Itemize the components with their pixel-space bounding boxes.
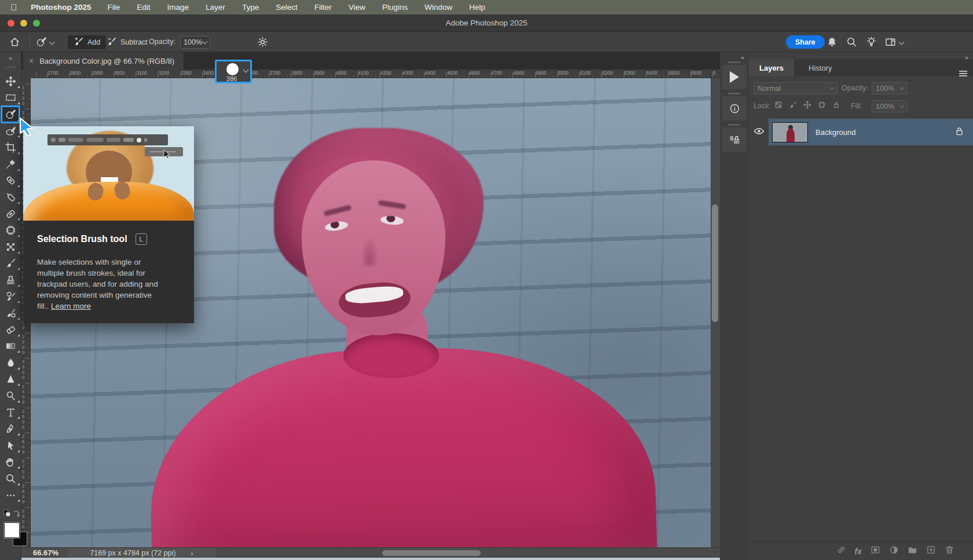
add-mask-icon[interactable] [870, 545, 880, 557]
gear-icon[interactable] [257, 36, 268, 47]
zoom-level-field[interactable]: 66.67% [33, 548, 58, 557]
ruler-label: 5500 [668, 70, 679, 76]
discover-lightbulb-icon[interactable] [866, 36, 877, 47]
menu-item[interactable]: Plugins [382, 3, 408, 12]
tab-history[interactable]: History [798, 59, 842, 76]
tab-layers[interactable]: Layers [749, 59, 794, 76]
blur-tool[interactable] [0, 354, 21, 371]
brush-tool[interactable] [0, 255, 21, 272]
type-tool[interactable] [0, 404, 21, 421]
panel-tab-bar: Layers History [749, 59, 973, 76]
gradient-tool[interactable] [0, 338, 21, 355]
pen-tool[interactable] [0, 420, 21, 437]
layer-opacity-dropdown[interactable]: 100% [872, 82, 908, 94]
object-selection-tool[interactable] [0, 123, 21, 140]
dock-grip[interactable] [728, 124, 741, 126]
close-tab-icon[interactable]: × [29, 56, 34, 65]
subtract-selection-button[interactable]: Subtract [102, 35, 152, 49]
version-history-panel-button[interactable] [722, 127, 747, 152]
lock-transparency-icon[interactable] [774, 101, 782, 111]
dock-grip[interactable] [728, 61, 741, 63]
foreground-color-swatch[interactable] [4, 522, 20, 538]
menu-item[interactable]: Edit [137, 3, 150, 12]
swap-colors-icon[interactable]: ⤾ [13, 511, 21, 517]
delete-layer-icon[interactable] [945, 545, 954, 557]
active-tool-preview[interactable] [36, 36, 54, 49]
fill-dropdown[interactable]: 100% [872, 100, 908, 112]
link-layers-icon[interactable] [836, 545, 846, 557]
new-group-icon[interactable] [908, 545, 917, 557]
workspace-panel-icon[interactable] [885, 36, 904, 49]
mixer-brush-tool[interactable] [0, 305, 21, 321]
expand-toolbar-icon[interactable]: » [0, 54, 21, 61]
vertical-scrollbar[interactable] [711, 78, 720, 547]
hand-tool[interactable] [0, 454, 21, 471]
menu-item[interactable]: Help [469, 3, 485, 12]
learn-more-link[interactable]: Learn more [51, 302, 91, 310]
color-swatches: ⤾ [0, 510, 21, 559]
lock-all-icon[interactable] [832, 101, 840, 111]
eraser-tool[interactable] [0, 321, 21, 338]
lock-artboard-icon[interactable] [818, 101, 826, 111]
dock-grip[interactable] [728, 93, 741, 94]
layer-row[interactable]: Background [749, 119, 973, 145]
menu-item[interactable]: Type [242, 3, 259, 12]
apple-menu-icon[interactable]:  [10, 2, 17, 12]
adjustment-layer-icon[interactable] [889, 545, 899, 557]
brush-size-picker[interactable]: 386 [215, 60, 252, 83]
menu-item[interactable]: Layer [206, 3, 225, 12]
crop-tool[interactable] [0, 139, 21, 156]
menu-item-app[interactable]: Photoshop 2025 [31, 3, 91, 12]
default-colors-icon[interactable] [3, 510, 11, 517]
layer-locked-icon[interactable] [954, 126, 965, 139]
opacity-dropdown[interactable]: 100% [180, 36, 210, 49]
menu-item[interactable]: Image [167, 3, 189, 12]
vertical-scrollbar-thumb[interactable] [712, 204, 718, 322]
new-layer-icon[interactable] [926, 545, 936, 557]
ruler-label: 3800 [291, 70, 302, 76]
home-icon[interactable] [9, 36, 20, 47]
menu-item[interactable]: View [349, 3, 365, 12]
menu-item[interactable]: Select [276, 3, 298, 12]
move-tool[interactable] [0, 73, 21, 90]
horizontal-scrollbar-thumb[interactable] [382, 550, 481, 556]
zoom-tool[interactable] [0, 470, 21, 487]
sharpen-tool[interactable] [0, 371, 21, 388]
menu-item[interactable]: File [108, 3, 120, 12]
lock-paint-icon[interactable] [789, 101, 797, 111]
dodge-tool[interactable] [0, 387, 21, 404]
eyedropper-tool[interactable] [0, 156, 21, 173]
info-panel-button[interactable] [722, 96, 747, 120]
healing-brush-tool[interactable] [0, 173, 21, 189]
transform-tool[interactable] [0, 239, 21, 255]
share-button[interactable]: Share [786, 35, 825, 49]
notifications-bell-icon[interactable] [826, 36, 837, 47]
menu-item[interactable]: Window [425, 3, 452, 12]
document-tab[interactable]: × Background Color.jpg @ 66.7% (RGB/8) [23, 52, 184, 69]
search-icon[interactable] [846, 36, 857, 47]
panel-menu-icon[interactable] [959, 71, 967, 76]
layer-thumbnail[interactable] [772, 122, 808, 142]
layer-visibility-toggle[interactable] [749, 119, 769, 145]
selected-layer[interactable]: Background [769, 119, 973, 145]
add-selection-button[interactable]: Add [68, 35, 106, 49]
history-brush-tool[interactable] [0, 288, 21, 305]
status-chevron-icon[interactable]: › [191, 549, 193, 558]
path-selection-tool[interactable] [0, 437, 21, 454]
layer-styles-fx-icon[interactable]: fx [855, 547, 862, 556]
document-info[interactable]: 7169 px x 4784 px (72 ppi) › [68, 548, 215, 558]
play-panel-button[interactable] [722, 65, 747, 89]
more-tools[interactable] [0, 487, 21, 504]
blend-mode-dropdown[interactable]: Normal [753, 82, 837, 94]
menu-item[interactable]: Filter [314, 3, 332, 12]
ruler-label: 3200 [159, 70, 170, 76]
remove-tool[interactable] [0, 189, 21, 206]
clone-stamp-tool[interactable] [0, 272, 21, 288]
collapse-dock-icon[interactable]: « [741, 54, 744, 61]
toolbar-grip[interactable] [6, 66, 16, 68]
lock-position-icon[interactable] [803, 101, 811, 111]
ruler-label: 5000 [558, 70, 569, 76]
rectangular-marquee-tool[interactable] [0, 90, 21, 107]
content-aware-tool[interactable] [0, 222, 21, 239]
patch-tool[interactable] [0, 206, 21, 222]
